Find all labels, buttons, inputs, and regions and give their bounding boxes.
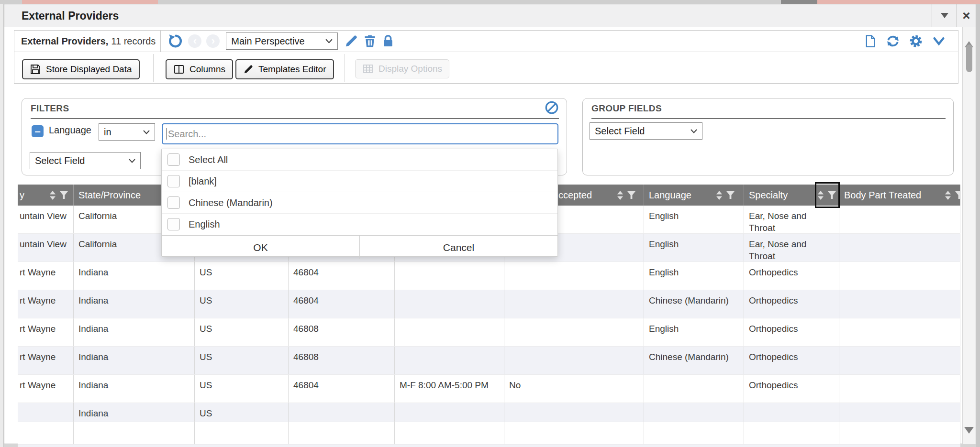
checkbox[interactable] (167, 153, 180, 166)
scroll-down-icon[interactable] (964, 434, 974, 442)
table-cell (504, 318, 644, 346)
table-cell: rt Wayne (18, 318, 74, 346)
dialog-close-button[interactable]: × (957, 4, 976, 27)
table-cell: 46808 (289, 347, 395, 374)
group-field-value: Select Field (595, 126, 645, 137)
table-row[interactable]: rt WayneIndianaUS46808Chinese (Mandarin)… (18, 347, 960, 375)
filter-search-input[interactable]: Search... (162, 123, 558, 144)
table-cell: Ear, Nose and Throat (744, 206, 839, 233)
group-field-select[interactable]: Select Field (590, 122, 702, 140)
table-row[interactable]: rt WayneIndianaUS46808EnglishOrthopedics (18, 318, 960, 347)
ok-button[interactable]: OK (162, 236, 360, 259)
table-cell: No (504, 375, 644, 403)
templates-editor-button[interactable]: Templates Editor (235, 59, 334, 79)
table-row[interactable]: IndianaUS (18, 403, 960, 422)
table-cell (74, 422, 195, 444)
vertical-scrollbar[interactable] (962, 27, 976, 444)
group-fields-heading: GROUP FIELDS (591, 103, 662, 114)
sort-icon[interactable] (715, 190, 723, 200)
table-cell: US (195, 403, 289, 422)
gear-icon[interactable] (909, 34, 923, 48)
table-cell (18, 422, 74, 444)
filter-option[interactable]: Chinese (Mandarin) (162, 192, 557, 214)
table-cell: Indiana (74, 290, 195, 318)
perspective-select[interactable]: Main Perspective (226, 33, 338, 50)
store-displayed-data-button[interactable]: Store Displayed Data (22, 59, 140, 79)
table-cell (644, 422, 744, 444)
sort-icon[interactable] (944, 190, 952, 200)
column-header[interactable]: y (18, 185, 74, 206)
add-filter-field-select[interactable]: Select Field (30, 152, 141, 169)
table-row[interactable] (18, 422, 960, 445)
column-label: Language (649, 190, 691, 201)
table-cell: M-F 8:00 AM-5:00 PM (395, 375, 504, 403)
filter-option[interactable]: English (162, 214, 557, 235)
record-summary: External Providers,11 records (21, 36, 156, 47)
dialog-menu-button[interactable] (932, 4, 957, 27)
filter-option[interactable]: [blank] (162, 171, 557, 192)
filter-option-label: Chinese (Mandarin) (189, 197, 273, 208)
table-cell (395, 318, 504, 346)
actions-toolbar: Store Displayed Data Columns Templates E… (14, 52, 958, 84)
group-fields-panel: GROUP FIELDS Select Field (582, 98, 954, 175)
checkbox[interactable] (167, 218, 180, 230)
screen: Search External Providers × External Pro… (0, 0, 980, 447)
table-cell: Ear, Nose and Throat (744, 234, 839, 262)
checkbox[interactable] (167, 175, 180, 187)
table-cell: untain View (18, 234, 74, 262)
caret-down-icon (941, 13, 948, 18)
table-row[interactable]: rt WayneIndianaUS46804Chinese (Mandarin)… (18, 290, 960, 318)
refresh-icon[interactable] (886, 34, 900, 48)
column-label: Specialty (749, 190, 788, 201)
table-cell: Orthopedics (744, 375, 839, 403)
clear-filters-icon[interactable] (545, 100, 559, 115)
background-top-strip (0, 0, 980, 4)
table-cell: US (195, 318, 289, 346)
filter-operator-value: in (104, 127, 111, 138)
new-document-icon[interactable] (864, 34, 877, 48)
table-cell: Indiana (74, 262, 195, 290)
table-row[interactable]: rt WayneIndianaUS46804M-F 8:00 AM-5:00 P… (18, 375, 960, 403)
previous-icon[interactable]: ‹ (188, 34, 201, 48)
filter-option[interactable]: Select All (162, 149, 557, 171)
collapse-chevron-icon[interactable] (932, 34, 946, 48)
table-cell (839, 318, 960, 346)
sort-icon[interactable] (49, 190, 56, 200)
filter-icon[interactable] (726, 191, 735, 199)
next-icon[interactable]: › (206, 34, 220, 48)
text-caret (167, 128, 167, 140)
filter-icon[interactable] (627, 191, 636, 199)
columns-button[interactable]: Columns (166, 59, 233, 79)
undo-icon[interactable] (168, 33, 183, 49)
table-cell: English (644, 262, 744, 290)
column-header[interactable]: Language (644, 185, 744, 206)
scrollbar-thumb[interactable] (966, 44, 972, 72)
table-cell: Indiana (74, 375, 195, 403)
chevron-down-icon (143, 130, 150, 134)
table-cell: English (644, 318, 744, 346)
filter-operator-select[interactable]: in (99, 123, 155, 141)
chevron-down-icon (129, 159, 135, 163)
external-providers-dialog: External Providers × External Providers,… (4, 4, 976, 444)
filter-icon[interactable] (59, 191, 68, 199)
table-cell: rt Wayne (18, 290, 74, 318)
filter-icon[interactable] (955, 191, 960, 199)
edit-perspective-icon[interactable] (344, 34, 358, 48)
table-cell: Indiana (74, 347, 195, 374)
chevron-down-icon (690, 129, 697, 133)
divider (345, 54, 345, 82)
lock-icon[interactable] (381, 34, 395, 48)
filter-option-label: English (189, 219, 220, 230)
table-cell (744, 422, 839, 444)
cancel-button[interactable]: Cancel (360, 236, 557, 259)
table-cell: Chinese (Mandarin) (644, 347, 744, 374)
table-cell: Indiana (74, 403, 195, 422)
delete-perspective-icon[interactable] (363, 34, 377, 48)
scroll-up-icon[interactable] (965, 33, 973, 42)
search-placeholder: Search... (168, 129, 206, 140)
column-header[interactable]: Body Part Treated (839, 185, 960, 206)
checkbox[interactable] (167, 196, 180, 209)
table-row[interactable]: rt WayneIndianaUS46804EnglishOrthopedics (18, 262, 960, 290)
sort-icon[interactable] (616, 190, 624, 200)
remove-filter-button[interactable]: – (32, 125, 44, 137)
